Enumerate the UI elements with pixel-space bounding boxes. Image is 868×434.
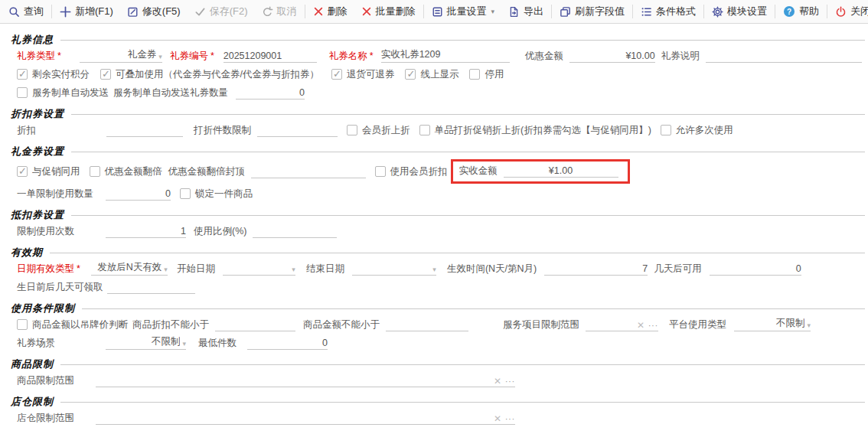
voucher-desc-input[interactable] bbox=[706, 49, 862, 63]
export-button[interactable]: 导出 bbox=[501, 0, 550, 23]
checkbox[interactable] bbox=[331, 69, 342, 80]
discount-qty-limit-input[interactable] bbox=[257, 123, 338, 137]
checkbox[interactable] bbox=[17, 87, 28, 98]
batch-settings-button[interactable]: 批量设置 bbox=[425, 0, 502, 23]
checkbox-with-promotion[interactable]: 与促销同用 bbox=[17, 165, 80, 178]
section-divider bbox=[50, 253, 865, 253]
toolbar-separator bbox=[775, 5, 775, 18]
checkbox[interactable] bbox=[17, 69, 28, 80]
x-icon bbox=[313, 6, 324, 17]
checkbox-disable[interactable]: 停用 bbox=[469, 68, 504, 81]
checkbox-tag-price-judgement[interactable]: 商品金额以吊牌价判断 bbox=[17, 318, 128, 331]
checkbox[interactable] bbox=[661, 125, 671, 135]
voucher-code-input[interactable]: 20251209001 bbox=[224, 49, 317, 63]
query-button[interactable]: 查询 bbox=[2, 0, 51, 23]
query-label: 查询 bbox=[24, 5, 44, 18]
checkbox-allow-multiple-use[interactable]: 允许多次使用 bbox=[661, 124, 733, 137]
voucher-type-label: 礼券类型 bbox=[17, 50, 55, 63]
discount-amount-input[interactable]: ¥10.00 bbox=[569, 49, 655, 63]
checkbox-online-display[interactable]: 线上显示 bbox=[405, 68, 458, 81]
min-amount-input[interactable] bbox=[386, 318, 468, 331]
end-date-label: 结束日期 bbox=[306, 263, 344, 276]
voucher-name-input[interactable]: 实收礼券1209 bbox=[381, 49, 510, 63]
save-button[interactable]: 保存(F2) bbox=[188, 0, 255, 23]
checkbox[interactable] bbox=[17, 319, 28, 330]
store-range-label: 店仓限制范围 bbox=[17, 412, 96, 425]
section-title: 商品限制 bbox=[11, 357, 54, 371]
chevron-down-icon bbox=[292, 265, 295, 274]
effect-time-input[interactable]: 7 bbox=[544, 262, 648, 276]
checkbox[interactable] bbox=[469, 69, 480, 80]
checkbox-double-discount[interactable]: 优惠金额翻倍 bbox=[90, 165, 162, 178]
platform-type-select[interactable]: 不限制 bbox=[734, 318, 811, 331]
store-range-input[interactable] bbox=[96, 411, 515, 425]
checkbox[interactable] bbox=[180, 188, 191, 199]
checkbox-use-member-discount[interactable]: 使用会员折扣 bbox=[375, 165, 448, 178]
plus-icon bbox=[60, 6, 71, 18]
checkbox[interactable] bbox=[347, 125, 357, 135]
voucher-name-label: 礼券名称 bbox=[329, 50, 367, 63]
help-button[interactable]: ? 帮助 bbox=[776, 0, 826, 23]
checkbox[interactable] bbox=[419, 125, 430, 135]
end-date-select[interactable] bbox=[352, 262, 436, 276]
x-icon bbox=[361, 6, 372, 17]
checkbox-stackable[interactable]: 可叠加使用（代金券与代金券/代金券与折扣券） bbox=[100, 68, 319, 81]
module-settings-button[interactable]: 模块设置 bbox=[705, 0, 774, 23]
required-mark bbox=[210, 51, 214, 61]
product-range-input[interactable] bbox=[96, 374, 515, 387]
checkbox[interactable] bbox=[90, 166, 100, 177]
days-until-usable-label: 几天后可用 bbox=[654, 263, 702, 276]
checkbox-auto-send[interactable]: 服务制单自动发送 bbox=[17, 86, 109, 100]
checkbox[interactable] bbox=[100, 69, 111, 80]
platform-type-label: 平台使用类型 bbox=[669, 318, 726, 331]
use-times-input[interactable]: 1 bbox=[106, 224, 186, 238]
clear-icon[interactable] bbox=[637, 321, 644, 330]
ellipsis-picker-icon[interactable] bbox=[505, 378, 515, 386]
start-date-select[interactable] bbox=[223, 262, 295, 276]
delete-label: 删除 bbox=[328, 5, 348, 18]
clear-icon[interactable] bbox=[494, 414, 501, 423]
conditional-format-label: 条件格式 bbox=[656, 5, 696, 18]
modify-button[interactable]: 修改(F5) bbox=[120, 0, 188, 23]
new-button[interactable]: 新增(F1) bbox=[53, 0, 120, 23]
voucher-scene-select[interactable]: 不限制 bbox=[106, 336, 186, 350]
double-cap-input[interactable] bbox=[251, 165, 366, 178]
checkbox-single-item-promo-discount[interactable]: 单品打折促销折上折(折扣券需勾选【与促销同用】) bbox=[419, 124, 651, 137]
voucher-code-label: 礼券编号 bbox=[170, 50, 208, 63]
voucher-type-select[interactable]: 礼金券 bbox=[80, 49, 162, 63]
batch-delete-button[interactable]: 批量删除 bbox=[354, 0, 423, 23]
section-usage-conditions: 使用条件限制 商品金额以吊牌价判断 商品折扣不能小于 商品金额不能小于 服务项目… bbox=[0, 302, 868, 352]
ellipsis-picker-icon[interactable] bbox=[648, 322, 658, 330]
checkbox-remaining-points[interactable]: 剩余实付积分 bbox=[17, 68, 90, 81]
search-icon bbox=[8, 6, 20, 18]
use-ratio-input[interactable] bbox=[253, 224, 337, 238]
date-type-select[interactable]: 发放后N天有效 bbox=[91, 262, 168, 276]
service-range-input[interactable] bbox=[586, 318, 658, 331]
checkbox[interactable] bbox=[17, 166, 28, 177]
birthday-claim-input[interactable] bbox=[107, 280, 195, 294]
min-discount-input[interactable] bbox=[215, 318, 295, 331]
actual-amount-input[interactable]: ¥1.00 bbox=[504, 164, 618, 178]
auto-send-qty-input[interactable]: 0 bbox=[236, 86, 305, 100]
checkbox-member-extra-discount[interactable]: 会员折上折 bbox=[347, 124, 410, 137]
auto-send-qty-label: 服务制单自动发送礼券数量 bbox=[113, 86, 228, 100]
conditional-format-button[interactable]: 条件格式 bbox=[634, 0, 703, 23]
clear-icon[interactable] bbox=[494, 377, 501, 386]
discount-qty-limit-label: 打折件数限制 bbox=[194, 124, 251, 137]
min-qty-input[interactable]: 0 bbox=[247, 336, 328, 350]
use-ratio-label: 使用比例(%) bbox=[194, 225, 246, 238]
refresh-fields-icon bbox=[560, 6, 571, 18]
days-until-usable-input[interactable]: 0 bbox=[710, 262, 801, 276]
checkbox[interactable] bbox=[405, 69, 416, 80]
cancel-button[interactable]: 取消 bbox=[255, 0, 304, 23]
checkbox-lock-one-item[interactable]: 锁定一件商品 bbox=[180, 188, 253, 201]
checkbox[interactable] bbox=[375, 166, 386, 177]
per-order-qty-input[interactable]: 0 bbox=[106, 187, 171, 201]
refresh-fields-button[interactable]: 刷新字段值 bbox=[553, 0, 631, 23]
new-label: 新增(F1) bbox=[75, 5, 113, 18]
checkbox-refundable[interactable]: 退货可退券 bbox=[331, 68, 395, 81]
discount-input[interactable] bbox=[106, 123, 183, 137]
close-button[interactable]: 关闭 bbox=[828, 0, 868, 23]
delete-button[interactable]: 删除 bbox=[306, 0, 354, 23]
ellipsis-picker-icon[interactable] bbox=[505, 416, 515, 423]
